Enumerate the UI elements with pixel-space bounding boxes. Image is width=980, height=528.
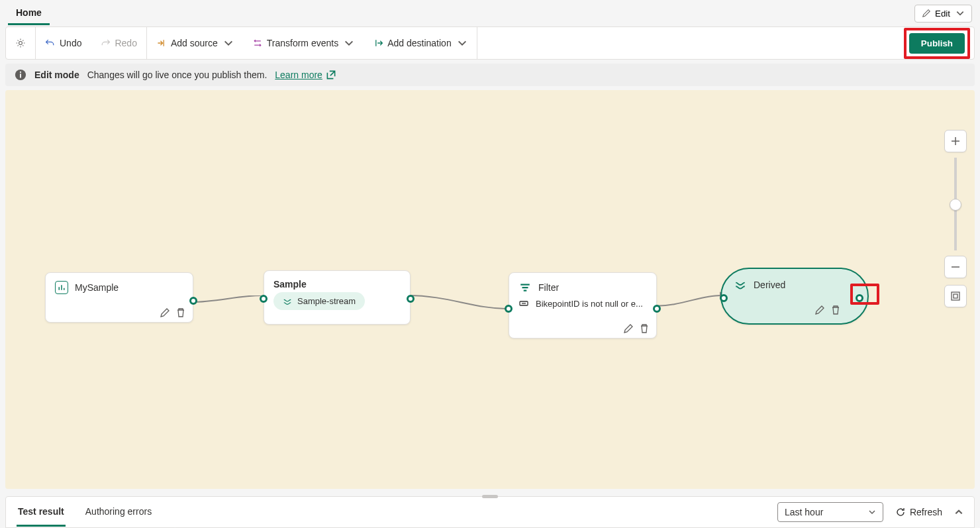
redo-label: Redo — [115, 38, 136, 48]
redo-icon — [100, 38, 111, 48]
dest-out-icon — [373, 38, 383, 48]
port-in[interactable] — [505, 305, 513, 313]
info-icon — [15, 69, 26, 81]
port-in[interactable] — [260, 295, 268, 303]
add-source-button[interactable]: Add source — [147, 27, 243, 59]
node-filter[interactable]: Filter BikepointID is not null or e... — [509, 272, 657, 339]
pencil-icon[interactable] — [160, 307, 170, 318]
refresh-icon — [895, 507, 906, 517]
port-out[interactable] — [653, 305, 661, 313]
trash-icon[interactable] — [639, 323, 650, 334]
notice-title: Edit mode — [34, 70, 79, 80]
settings-button[interactable] — [6, 27, 36, 59]
node-mysample[interactable]: MySample — [45, 272, 193, 323]
zoom-in-button[interactable] — [944, 130, 967, 152]
svg-rect-8 — [952, 292, 959, 300]
chevron-up-icon[interactable] — [954, 507, 963, 517]
node-derived[interactable]: Derived — [720, 268, 869, 325]
tab-home[interactable]: Home — [8, 2, 50, 25]
node-derived-title: Derived — [754, 280, 785, 290]
gear-icon — [15, 38, 26, 48]
refresh-button[interactable]: Refresh — [895, 507, 942, 517]
derived-port-highlight — [850, 284, 879, 305]
top-bar: Home Edit — [0, 0, 980, 26]
zoom-out-button[interactable] — [944, 256, 967, 278]
pencil-icon[interactable] — [623, 323, 634, 334]
edge-filter-derived — [654, 291, 727, 311]
transform-events-button[interactable]: Transform events — [243, 27, 364, 59]
port-out[interactable] — [189, 297, 197, 305]
edge-sample-filter — [408, 294, 514, 314]
stream-label: Sample-stream — [297, 296, 356, 306]
source-in-icon — [156, 38, 167, 48]
add-destination-button[interactable]: Add destination — [364, 27, 477, 59]
node-sample[interactable]: Sample Sample-stream — [264, 270, 411, 325]
port-out[interactable] — [407, 295, 415, 303]
svg-rect-2 — [20, 74, 21, 78]
trash-icon[interactable] — [175, 307, 186, 318]
resize-grip[interactable] — [482, 495, 498, 498]
zoom-slider-track[interactable] — [954, 158, 957, 250]
fit-to-screen-button[interactable] — [944, 285, 967, 307]
filter-rule-text: BikepointID is not null or e... — [536, 299, 643, 309]
ribbon-toolbar: Undo Redo Add source Transform events Ad… — [5, 26, 975, 60]
filter-icon — [518, 281, 532, 294]
undo-button[interactable]: Undo — [36, 27, 91, 59]
chevron-down-icon — [344, 38, 354, 48]
trash-icon[interactable] — [830, 305, 841, 315]
rule-icon — [518, 298, 529, 309]
transform-icon — [252, 38, 263, 48]
publish-button[interactable]: Publish — [909, 33, 965, 54]
add-dest-label: Add destination — [387, 38, 452, 48]
bar-chart-icon — [55, 281, 68, 294]
ribbon-left: Undo Redo Add source Transform events Ad… — [6, 27, 477, 59]
external-link-icon — [325, 69, 337, 81]
time-range-value: Last hour — [785, 507, 823, 517]
stream-icon — [734, 278, 747, 291]
node-sample-title: Sample — [273, 279, 307, 290]
zoom-controls — [944, 130, 967, 307]
chevron-down-icon — [223, 38, 234, 48]
svg-rect-9 — [954, 294, 957, 298]
node-mysample-title: MySample — [75, 282, 119, 293]
refresh-label: Refresh — [910, 507, 942, 517]
time-range-dropdown[interactable]: Last hour — [777, 502, 883, 522]
chevron-down-icon — [956, 9, 965, 18]
edge-mysample-sample — [191, 295, 270, 309]
bottom-right-controls: Last hour Refresh — [777, 502, 963, 522]
fit-icon — [950, 291, 961, 301]
chevron-down-icon — [457, 38, 467, 48]
plus-icon — [950, 136, 961, 146]
add-source-label: Add source — [171, 38, 218, 48]
flow-canvas[interactable]: MySample Sample Sample-stream Filter Bik — [5, 90, 975, 489]
redo-button: Redo — [91, 27, 146, 59]
transform-label: Transform events — [267, 38, 338, 48]
bottom-tabs: Test result Authoring errors — [17, 498, 153, 527]
node-filter-title: Filter — [538, 282, 559, 293]
bottom-panel: Test result Authoring errors Last hour R… — [5, 496, 975, 528]
pencil-icon — [922, 9, 931, 18]
learn-more-label: Learn more — [275, 70, 322, 80]
pencil-icon[interactable] — [814, 305, 825, 315]
publish-highlight: Publish — [904, 28, 970, 59]
chevron-down-icon — [868, 508, 876, 516]
edit-label: Edit — [935, 9, 950, 19]
undo-icon — [45, 38, 56, 48]
minus-icon — [950, 262, 961, 272]
svg-point-3 — [20, 72, 21, 73]
zoom-slider-thumb[interactable] — [950, 199, 961, 211]
stream-chip[interactable]: Sample-stream — [273, 292, 365, 310]
svg-point-0 — [19, 42, 23, 45]
notice-message: Changes will go live once you publish th… — [87, 70, 268, 80]
tab-test-result[interactable]: Test result — [17, 498, 66, 527]
edit-button[interactable]: Edit — [914, 5, 972, 23]
stream-icon — [283, 297, 292, 306]
undo-label: Undo — [60, 38, 81, 48]
edit-mode-notice: Edit mode Changes will go live once you … — [5, 64, 975, 86]
port-in[interactable] — [720, 294, 728, 302]
tab-authoring-errors[interactable]: Authoring errors — [84, 498, 153, 527]
learn-more-link[interactable]: Learn more — [275, 69, 337, 81]
